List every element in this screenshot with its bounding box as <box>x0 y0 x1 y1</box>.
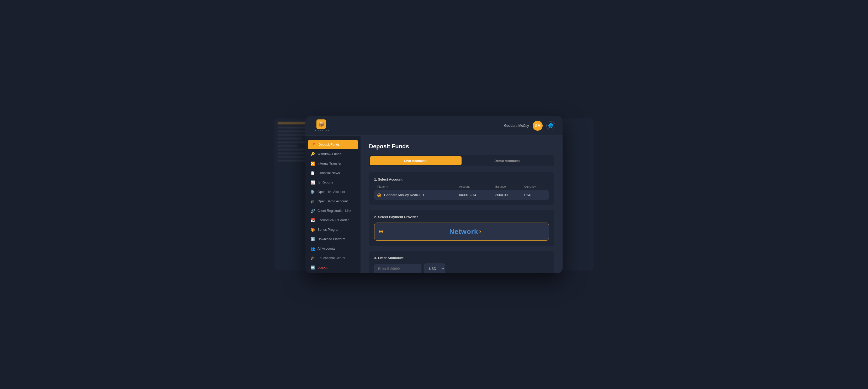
sidebar-item-client-registration-link[interactable]: 🔗 Client Registration Link <box>305 206 361 215</box>
sidebar-item-label: Download Platform <box>317 237 345 241</box>
sidebar: 📍 Deposit Funds 🔑 Withdraw Funds 🔀 Inter… <box>305 136 361 273</box>
sidebar-item-label: Client Registration Link <box>317 209 351 213</box>
sidebar-item-download-platform[interactable]: ⬇️ Download Platform <box>305 234 361 244</box>
currency-select[interactable]: USD ▾ EUR ▾ GBP ▾ <box>424 264 445 273</box>
app-header: 📦 UniTrader Goddard McCoy GM 🌐 <box>305 116 563 136</box>
account-row[interactable]: Goddard McCoy RealCFD 000013274 3000.00 … <box>374 190 549 200</box>
open-live-account-icon: ⚙️ <box>310 190 315 194</box>
tab-demo-accounts[interactable]: Demo Accounts <box>462 156 553 166</box>
account-platform: Goddard McCoy RealCFD <box>374 190 456 200</box>
withdraw-funds-icon: 🔑 <box>310 152 315 156</box>
deposit-funds-icon: 📍 <box>311 143 316 147</box>
sidebar-item-label: Logout <box>317 266 328 269</box>
sidebar-item-label: Open Demo Account <box>317 200 348 203</box>
sidebar-item-label: Economical Calendar <box>317 218 349 222</box>
col-account: Account <box>456 185 492 190</box>
sidebar-item-bonus-program[interactable]: 🎁 Bonus Program <box>305 225 361 234</box>
logo-icon: 📦 <box>316 119 326 129</box>
select-account-label: 1. Select Account <box>374 177 549 181</box>
sidebar-item-label: Withdraw Funds <box>317 152 341 156</box>
account-balance: 3000.00 <box>492 190 521 200</box>
sidebar-item-ib-reports[interactable]: 📊 IB Reports <box>305 178 361 187</box>
sidebar-item-financial-news[interactable]: 📋 Financial News <box>305 168 361 178</box>
sidebar-item-label: Bonus Program <box>317 228 340 232</box>
sidebar-item-logout[interactable]: ⬅️ Logout <box>305 263 361 272</box>
logo-area: 📦 UniTrader <box>313 119 330 132</box>
sidebar-item-label: Deposit Funds <box>318 143 340 147</box>
sidebar-item-label: IB Reports <box>317 181 333 184</box>
header-right: Goddard McCoy GM 🌐 <box>504 121 555 131</box>
globe-button[interactable]: 🌐 <box>546 121 555 130</box>
sidebar-item-open-demo-account[interactable]: 🎓 Open Demo Account <box>305 197 361 206</box>
network-logo: Network › <box>450 228 481 236</box>
all-accounts-icon: 👥 <box>310 246 315 251</box>
select-account-card: 1. Select Account Platform Account Balan… <box>369 172 554 205</box>
provider-logo: Network › <box>386 228 544 236</box>
account-table: Platform Account Balance Currency Goddar… <box>374 185 549 200</box>
sidebar-item-label: Internal Transfer <box>317 162 341 166</box>
account-currency: USD <box>521 190 549 200</box>
sidebar-item-internal-transfer[interactable]: 🔀 Internal Transfer <box>305 159 361 168</box>
economical-calendar-icon: 📅 <box>310 218 315 222</box>
sidebar-item-all-accounts[interactable]: 👥 All Accounts <box>305 244 361 253</box>
sidebar-item-label: Open Live Account <box>317 190 345 194</box>
sidebar-item-economical-calendar[interactable]: 📅 Economical Calendar <box>305 215 361 225</box>
sidebar-item-label: Financial News <box>317 171 340 175</box>
enter-amount-card: 3. Enter Ammount USD ▾ EUR ▾ GBP ▾ <box>369 251 554 273</box>
financial-news-icon: 📋 <box>310 171 315 175</box>
user-name: Goddard McCoy <box>504 124 529 127</box>
network-text: Network <box>450 228 478 236</box>
avatar: GM <box>533 121 542 131</box>
main-window: 📦 UniTrader Goddard McCoy GM 🌐 📍 Deposit… <box>305 116 563 273</box>
network-arrow-icon: › <box>479 228 481 235</box>
logout-icon: ⬅️ <box>310 265 315 270</box>
sidebar-item-label: All Accounts <box>317 247 335 250</box>
col-platform: Platform <box>374 185 456 190</box>
payment-provider-card: 2. Select Payment Provider Network › <box>369 210 554 246</box>
educational-center-icon: 🎓 <box>310 256 315 260</box>
logo-text: UniTrader <box>313 129 330 132</box>
col-balance: Balance <box>492 185 521 190</box>
col-currency: Currency <box>521 185 549 190</box>
provider-option-network[interactable]: Network › <box>374 222 549 241</box>
payment-provider-label: 2. Select Payment Provider <box>374 215 549 219</box>
bonus-program-icon: 🎁 <box>310 228 315 232</box>
account-number: 000013274 <box>456 190 492 200</box>
client-registration-icon: 🔗 <box>310 209 315 213</box>
tab-live-accounts[interactable]: Live Accounts <box>370 156 462 166</box>
amount-row: USD ▾ EUR ▾ GBP ▾ <box>374 264 549 273</box>
ib-reports-icon: 📊 <box>310 180 315 184</box>
account-radio <box>377 193 381 197</box>
open-demo-account-icon: 🎓 <box>310 199 315 203</box>
download-platform-icon: ⬇️ <box>310 237 315 241</box>
main-content: Deposit Funds Live Accounts Demo Account… <box>361 136 563 273</box>
sidebar-item-educational-center[interactable]: 🎓 Educational Center <box>305 253 361 263</box>
sidebar-item-label: Educational Center <box>317 256 345 260</box>
sidebar-item-withdraw-funds[interactable]: 🔑 Withdraw Funds <box>305 149 361 159</box>
internal-transfer-icon: 🔀 <box>310 161 315 166</box>
provider-radio <box>379 230 383 233</box>
amount-input[interactable] <box>374 264 422 273</box>
tabs-row: Live Accounts Demo Accounts <box>369 155 554 167</box>
enter-amount-label: 3. Enter Ammount <box>374 256 549 260</box>
page-title: Deposit Funds <box>369 143 554 150</box>
app-body: 📍 Deposit Funds 🔑 Withdraw Funds 🔀 Inter… <box>305 136 563 273</box>
sidebar-item-deposit-funds[interactable]: 📍 Deposit Funds <box>308 140 358 149</box>
sidebar-item-open-live-account[interactable]: ⚙️ Open Live Account <box>305 187 361 197</box>
